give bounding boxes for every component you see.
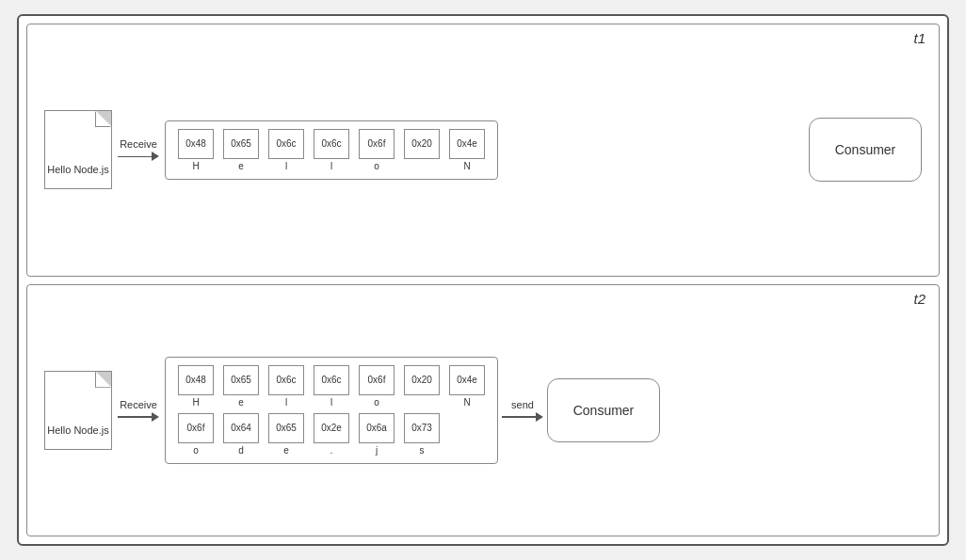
- byte-cell-t2-1-1: 0x64d: [220, 413, 262, 456]
- send-arrow-t2: send: [498, 399, 547, 422]
- byte-cell-t2-1-5: 0x73s: [401, 413, 443, 456]
- byte-label-t2-1-4: j: [376, 445, 378, 456]
- byte-label-t2-0-2: l: [285, 397, 287, 408]
- receive-label-t2: Receive: [120, 399, 157, 410]
- byte-cell-t1-0-6: 0x4eN: [446, 129, 488, 171]
- byte-box-t2-0-0: 0x48: [178, 365, 214, 395]
- byte-box-t1-0-3: 0x6c: [314, 129, 349, 159]
- byte-label-t1-0-1: e: [238, 161, 244, 171]
- byte-box-t2-0-4: 0x6f: [359, 365, 394, 395]
- byte-label-t2-0-6: N: [463, 397, 470, 408]
- byte-cell-t2-0-2: 0x6cl: [266, 365, 307, 408]
- byte-label-t2-1-2: e: [283, 445, 289, 456]
- panel-t2: t2Hello Node.jsReceive0x48H0x65e0x6cl0x6…: [26, 284, 940, 537]
- byte-cell-t1-0-2: 0x6cl: [266, 129, 307, 171]
- consumer-box-t2: Consumer: [547, 378, 660, 442]
- byte-box-t2-0-5: 0x20: [404, 365, 440, 395]
- byte-cell-t1-0-3: 0x6cl: [311, 129, 352, 171]
- doc-text-t1: Hello Node.js: [45, 164, 111, 175]
- byte-label-t2-0-3: l: [330, 397, 332, 408]
- byte-label-t2-1-0: o: [193, 445, 199, 456]
- byte-box-t2-1-1: 0x64: [223, 413, 259, 443]
- byte-box-t1-0-4: 0x6f: [359, 129, 394, 159]
- byte-box-t2-0-1: 0x65: [223, 365, 259, 395]
- byte-label-t1-0-6: N: [463, 161, 470, 171]
- byte-cell-t1-0-4: 0x6fo: [356, 129, 397, 171]
- buffer-row-t1-0: 0x48H0x65e0x6cl0x6cl0x6fo0x200x4eN: [175, 129, 488, 171]
- byte-cell-t2-1-3: 0x2e.: [311, 413, 352, 456]
- byte-box-t2-1-0: 0x6f: [178, 413, 214, 443]
- byte-label-t2-0-0: H: [192, 397, 199, 408]
- byte-box-t1-0-1: 0x65: [223, 129, 259, 159]
- byte-cell-t2-0-0: 0x48H: [175, 365, 217, 408]
- byte-box-t1-0-6: 0x4e: [449, 129, 485, 159]
- doc-icon-t1: Hello Node.js: [44, 110, 112, 189]
- receive-label-t1: Receive: [120, 138, 157, 150]
- byte-cell-t2-1-2: 0x65e: [266, 413, 307, 456]
- panel-label-t2: t2: [913, 291, 926, 307]
- byte-box-t2-1-4: 0x6a: [359, 413, 394, 443]
- byte-label-t1-0-2: l: [285, 161, 287, 171]
- byte-label-t2-0-1: e: [238, 397, 244, 408]
- byte-box-t2-1-3: 0x2e: [314, 413, 349, 443]
- doc-text-t2: Hello Node.js: [45, 424, 111, 436]
- byte-label-t2-1-5: s: [420, 445, 425, 456]
- byte-label-t2-1-1: d: [238, 445, 244, 456]
- byte-cell-t2-0-5: 0x20: [401, 365, 443, 397]
- byte-cell-t2-0-3: 0x6cl: [311, 365, 352, 408]
- panel-label-t1: t1: [913, 30, 926, 46]
- byte-cell-t2-0-1: 0x65e: [220, 365, 262, 408]
- byte-box-t2-0-3: 0x6c: [314, 365, 349, 395]
- buffer-row-t2-1: 0x6fo0x64d0x65e0x2e.0x6aj0x73s: [175, 413, 488, 456]
- buffer-box-t2: 0x48H0x65e0x6cl0x6cl0x6fo0x200x4eN0x6fo0…: [165, 357, 498, 464]
- byte-cell-t2-1-0: 0x6fo: [175, 413, 217, 456]
- panel-t1: t1Hello Node.jsReceive0x48H0x65e0x6cl0x6…: [26, 24, 940, 277]
- byte-label-t1-0-4: o: [374, 161, 379, 171]
- byte-label-t2-1-3: .: [330, 445, 333, 456]
- main-container: t1Hello Node.jsReceive0x48H0x65e0x6cl0x6…: [17, 14, 949, 546]
- byte-box-t2-1-2: 0x65: [268, 413, 304, 443]
- byte-cell-t2-1-4: 0x6aj: [356, 413, 397, 456]
- byte-cell-t2-0-4: 0x6fo: [356, 365, 397, 408]
- consumer-box-t1: Consumer: [809, 118, 922, 182]
- byte-cell-t1-0-0: 0x48H: [175, 129, 217, 171]
- receive-arrow-t2: Receive: [112, 399, 165, 422]
- byte-box-t2-1-5: 0x73: [404, 413, 440, 443]
- byte-label-t1-0-0: H: [192, 161, 199, 171]
- byte-box-t2-0-2: 0x6c: [268, 365, 304, 395]
- byte-label-t2-0-4: o: [374, 397, 379, 408]
- buffer-row-t2-0: 0x48H0x65e0x6cl0x6cl0x6fo0x200x4eN: [175, 365, 488, 408]
- byte-label-t1-0-3: l: [330, 161, 332, 171]
- byte-cell-t2-0-6: 0x4eN: [446, 365, 488, 408]
- byte-box-t1-0-0: 0x48: [178, 129, 214, 159]
- send-label-t2: send: [511, 399, 534, 410]
- byte-box-t1-0-2: 0x6c: [268, 129, 304, 159]
- byte-box-t2-0-6: 0x4e: [449, 365, 485, 395]
- receive-arrow-t1: Receive: [112, 138, 165, 161]
- byte-cell-t1-0-5: 0x20: [401, 129, 443, 161]
- byte-cell-t1-0-1: 0x65e: [220, 129, 262, 171]
- byte-box-t1-0-5: 0x20: [404, 129, 440, 159]
- buffer-box-t1: 0x48H0x65e0x6cl0x6cl0x6fo0x200x4eN: [165, 120, 498, 180]
- doc-icon-t2: Hello Node.js: [44, 371, 112, 450]
